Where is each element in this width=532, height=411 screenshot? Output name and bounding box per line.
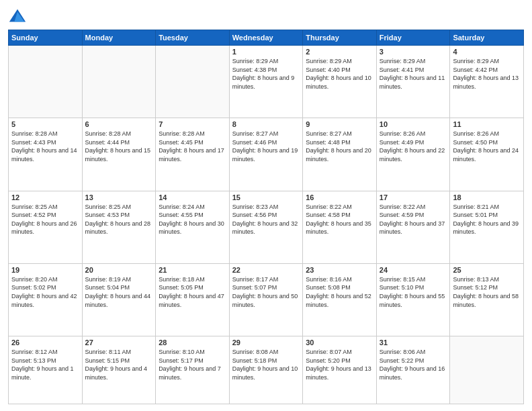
calendar-cell: 22Sunrise: 8:17 AM Sunset: 5:07 PM Dayli… xyxy=(229,263,303,336)
calendar-cell: 29Sunrise: 8:08 AM Sunset: 5:18 PM Dayli… xyxy=(229,336,303,404)
day-info: Sunrise: 8:10 AM Sunset: 5:17 PM Dayligh… xyxy=(159,348,226,381)
day-number: 17 xyxy=(380,193,447,201)
day-number: 1 xyxy=(232,48,300,56)
day-number: 27 xyxy=(85,338,153,347)
day-number: 26 xyxy=(11,338,79,347)
day-number: 4 xyxy=(453,48,521,56)
calendar-cell: 21Sunrise: 8:18 AM Sunset: 5:05 PM Dayli… xyxy=(156,263,230,336)
day-info: Sunrise: 8:26 AM Sunset: 4:50 PM Dayligh… xyxy=(453,130,521,163)
calendar-cell: 31Sunrise: 8:06 AM Sunset: 5:22 PM Dayli… xyxy=(376,336,450,404)
day-info: Sunrise: 8:28 AM Sunset: 4:44 PM Dayligh… xyxy=(85,130,153,163)
calendar-cell: 4Sunrise: 8:29 AM Sunset: 4:42 PM Daylig… xyxy=(450,46,524,118)
calendar-cell: 10Sunrise: 8:26 AM Sunset: 4:49 PM Dayli… xyxy=(376,118,450,191)
day-number: 31 xyxy=(380,338,447,347)
calendar-week-row: 1Sunrise: 8:29 AM Sunset: 4:38 PM Daylig… xyxy=(9,46,524,118)
calendar-weekday-saturday: Saturday xyxy=(450,30,524,46)
header xyxy=(8,7,524,26)
calendar-cell: 27Sunrise: 8:11 AM Sunset: 5:15 PM Dayli… xyxy=(82,336,156,404)
calendar-cell: 15Sunrise: 8:23 AM Sunset: 4:56 PM Dayli… xyxy=(229,191,303,263)
calendar-cell: 8Sunrise: 8:27 AM Sunset: 4:46 PM Daylig… xyxy=(229,118,303,191)
day-info: Sunrise: 8:27 AM Sunset: 4:48 PM Dayligh… xyxy=(306,130,373,163)
calendar-cell: 18Sunrise: 8:21 AM Sunset: 5:01 PM Dayli… xyxy=(450,191,524,263)
calendar-cell: 13Sunrise: 8:25 AM Sunset: 4:53 PM Dayli… xyxy=(82,191,156,263)
calendar-week-row: 5Sunrise: 8:28 AM Sunset: 4:43 PM Daylig… xyxy=(9,118,524,191)
day-number: 13 xyxy=(85,193,153,201)
calendar-cell: 30Sunrise: 8:07 AM Sunset: 5:20 PM Dayli… xyxy=(303,336,377,404)
day-number: 23 xyxy=(306,266,373,274)
day-number: 7 xyxy=(159,120,226,128)
day-number: 21 xyxy=(159,266,226,274)
day-info: Sunrise: 8:25 AM Sunset: 4:53 PM Dayligh… xyxy=(85,203,153,236)
day-info: Sunrise: 8:28 AM Sunset: 4:43 PM Dayligh… xyxy=(11,130,79,163)
page: SundayMondayTuesdayWednesdayThursdayFrid… xyxy=(0,0,532,411)
day-info: Sunrise: 8:18 AM Sunset: 5:05 PM Dayligh… xyxy=(159,275,226,309)
calendar-weekday-friday: Friday xyxy=(376,30,450,46)
calendar-table: SundayMondayTuesdayWednesdayThursdayFrid… xyxy=(8,30,524,404)
calendar-cell xyxy=(450,336,524,404)
day-info: Sunrise: 8:19 AM Sunset: 5:04 PM Dayligh… xyxy=(85,275,153,309)
day-info: Sunrise: 8:07 AM Sunset: 5:20 PM Dayligh… xyxy=(306,348,373,381)
day-number: 16 xyxy=(306,193,373,201)
calendar-weekday-wednesday: Wednesday xyxy=(229,30,303,46)
calendar-weekday-monday: Monday xyxy=(82,30,156,46)
day-number: 18 xyxy=(453,193,521,201)
day-number: 20 xyxy=(85,266,153,274)
calendar-cell xyxy=(82,46,156,118)
day-number: 14 xyxy=(159,193,226,201)
calendar-week-row: 26Sunrise: 8:12 AM Sunset: 5:13 PM Dayli… xyxy=(9,336,524,404)
day-info: Sunrise: 8:15 AM Sunset: 5:10 PM Dayligh… xyxy=(380,275,447,309)
calendar-weekday-tuesday: Tuesday xyxy=(156,30,230,46)
day-info: Sunrise: 8:27 AM Sunset: 4:46 PM Dayligh… xyxy=(232,130,300,163)
day-info: Sunrise: 8:28 AM Sunset: 4:45 PM Dayligh… xyxy=(159,130,226,163)
day-info: Sunrise: 8:24 AM Sunset: 4:55 PM Dayligh… xyxy=(159,203,226,236)
day-number: 2 xyxy=(306,48,373,56)
day-number: 19 xyxy=(11,266,79,274)
calendar-cell: 2Sunrise: 8:29 AM Sunset: 4:40 PM Daylig… xyxy=(303,46,377,118)
calendar-cell: 7Sunrise: 8:28 AM Sunset: 4:45 PM Daylig… xyxy=(156,118,230,191)
logo-icon xyxy=(8,7,27,26)
day-info: Sunrise: 8:22 AM Sunset: 4:59 PM Dayligh… xyxy=(380,203,447,236)
day-number: 29 xyxy=(232,338,300,347)
day-number: 8 xyxy=(232,120,300,128)
day-number: 12 xyxy=(11,193,79,201)
day-info: Sunrise: 8:29 AM Sunset: 4:38 PM Dayligh… xyxy=(232,57,300,91)
day-info: Sunrise: 8:29 AM Sunset: 4:40 PM Dayligh… xyxy=(306,57,373,91)
day-info: Sunrise: 8:29 AM Sunset: 4:41 PM Dayligh… xyxy=(380,57,447,91)
day-info: Sunrise: 8:13 AM Sunset: 5:12 PM Dayligh… xyxy=(453,275,521,309)
calendar-cell: 24Sunrise: 8:15 AM Sunset: 5:10 PM Dayli… xyxy=(376,263,450,336)
calendar-cell: 28Sunrise: 8:10 AM Sunset: 5:17 PM Dayli… xyxy=(156,336,230,404)
calendar-week-row: 12Sunrise: 8:25 AM Sunset: 4:52 PM Dayli… xyxy=(9,191,524,263)
calendar-cell: 5Sunrise: 8:28 AM Sunset: 4:43 PM Daylig… xyxy=(9,118,83,191)
day-number: 28 xyxy=(159,338,226,347)
day-number: 24 xyxy=(380,266,447,274)
calendar-cell: 23Sunrise: 8:16 AM Sunset: 5:08 PM Dayli… xyxy=(303,263,377,336)
calendar-cell: 14Sunrise: 8:24 AM Sunset: 4:55 PM Dayli… xyxy=(156,191,230,263)
calendar-header-row: SundayMondayTuesdayWednesdayThursdayFrid… xyxy=(9,30,524,46)
calendar-weekday-thursday: Thursday xyxy=(303,30,377,46)
calendar-cell: 16Sunrise: 8:22 AM Sunset: 4:58 PM Dayli… xyxy=(303,191,377,263)
day-info: Sunrise: 8:21 AM Sunset: 5:01 PM Dayligh… xyxy=(453,203,521,236)
calendar-cell: 9Sunrise: 8:27 AM Sunset: 4:48 PM Daylig… xyxy=(303,118,377,191)
day-info: Sunrise: 8:29 AM Sunset: 4:42 PM Dayligh… xyxy=(453,57,521,91)
day-number: 11 xyxy=(453,120,521,128)
day-info: Sunrise: 8:26 AM Sunset: 4:49 PM Dayligh… xyxy=(380,130,447,163)
calendar-cell xyxy=(156,46,230,118)
day-number: 5 xyxy=(11,120,79,128)
calendar-cell xyxy=(9,46,83,118)
day-number: 9 xyxy=(306,120,373,128)
day-number: 15 xyxy=(232,193,300,201)
day-info: Sunrise: 8:22 AM Sunset: 4:58 PM Dayligh… xyxy=(306,203,373,236)
day-info: Sunrise: 8:25 AM Sunset: 4:52 PM Dayligh… xyxy=(11,203,79,236)
day-info: Sunrise: 8:23 AM Sunset: 4:56 PM Dayligh… xyxy=(232,203,300,236)
calendar-weekday-sunday: Sunday xyxy=(9,30,83,46)
calendar-cell: 25Sunrise: 8:13 AM Sunset: 5:12 PM Dayli… xyxy=(450,263,524,336)
calendar-week-row: 19Sunrise: 8:20 AM Sunset: 5:02 PM Dayli… xyxy=(9,263,524,336)
day-number: 6 xyxy=(85,120,153,128)
calendar-cell: 3Sunrise: 8:29 AM Sunset: 4:41 PM Daylig… xyxy=(376,46,450,118)
day-info: Sunrise: 8:20 AM Sunset: 5:02 PM Dayligh… xyxy=(11,275,79,309)
day-number: 25 xyxy=(453,266,521,274)
calendar-cell: 17Sunrise: 8:22 AM Sunset: 4:59 PM Dayli… xyxy=(376,191,450,263)
day-info: Sunrise: 8:08 AM Sunset: 5:18 PM Dayligh… xyxy=(232,348,300,381)
day-info: Sunrise: 8:12 AM Sunset: 5:13 PM Dayligh… xyxy=(11,348,79,381)
day-info: Sunrise: 8:17 AM Sunset: 5:07 PM Dayligh… xyxy=(232,275,300,309)
